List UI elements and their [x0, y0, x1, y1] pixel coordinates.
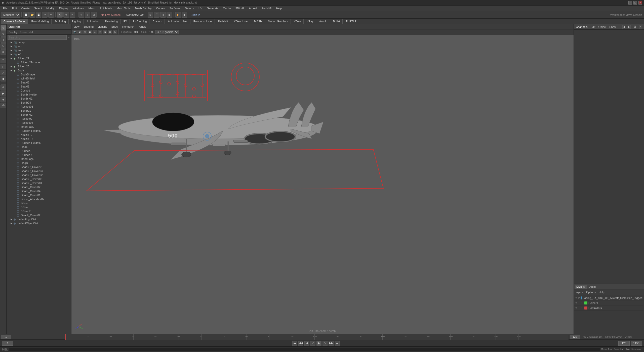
outliner-item[interactable]: ◫InnerFlagR	[7, 157, 71, 161]
outliner-tab-show[interactable]: Show	[20, 31, 27, 34]
layer-item-3[interactable]: V P Controllers	[574, 305, 643, 311]
vp-menu-renderer[interactable]: Renderer	[122, 25, 134, 28]
menu-item-create[interactable]: Create	[19, 6, 32, 10]
outliner-item[interactable]: ◫Bomb_02	[7, 113, 71, 117]
vp-menu-view[interactable]: View	[73, 25, 79, 28]
outliner-item[interactable]: ◫GearF_Cover02	[7, 213, 71, 217]
outliner-item[interactable]: ◫Nozzle_L	[7, 133, 71, 137]
paint-select-btn[interactable]: ✎	[1, 31, 6, 37]
camera-select-btn[interactable]: 📷	[72, 30, 77, 34]
outliner-item[interactable]: ◫BGearL	[7, 205, 71, 209]
outliner-item[interactable]: ◫GearF_Cover02	[7, 185, 71, 189]
outliner-item[interactable]: ◫Bomb_Holder	[7, 93, 71, 97]
rotate-btn[interactable]: ↻	[1, 43, 6, 49]
shelf-tab-animation[interactable]: Animation	[84, 19, 102, 24]
shelf-tab-xgen[interactable]: XGen	[291, 19, 304, 24]
display-btn[interactable]: 👁	[1, 84, 6, 90]
outliner-item[interactable]: ◫Slider_27shape	[7, 60, 71, 64]
help-tab[interactable]: Help	[599, 291, 605, 294]
outliner-item[interactable]: ◫GearBL_Cover01	[7, 181, 71, 185]
channel-box-arrow-right[interactable]: ▶	[628, 25, 631, 29]
outliner-item[interactable]: ◫Rocked04	[7, 121, 71, 125]
move-btn[interactable]: ✛	[1, 37, 6, 43]
mode-dropdown[interactable]: Modeling	[1, 12, 20, 18]
shelf-tab-turtle[interactable]: TURTLE	[343, 19, 359, 24]
poly-btn[interactable]: △	[1, 70, 6, 75]
outliner-item[interactable]: ◫GearF_Cover01	[7, 193, 71, 197]
lasso-tool[interactable]: ⊂	[63, 12, 69, 18]
shelf-tab-motion-graphics[interactable]: Motion Graphics	[265, 19, 291, 24]
menu-item-redshift[interactable]: Redshift	[259, 6, 273, 10]
shelf-tab-curves-/-surfaces[interactable]: Curves / Surfaces	[1, 19, 28, 24]
outliner-item[interactable]: ◫Rocked05	[7, 105, 71, 109]
select-mode-btn[interactable]: ↖	[1, 25, 6, 31]
layer-item-1[interactable]: V P Boeing_EA_18G_Jet_Aircraft_Simplifie…	[574, 295, 643, 300]
menu-item-deform[interactable]: Deform	[183, 6, 196, 10]
shelf-tab-rendering[interactable]: Rendering	[102, 19, 120, 24]
shelf-tab-custom[interactable]: Custom	[150, 19, 165, 24]
ipr-btn[interactable]: ◑	[182, 12, 187, 18]
outliner-item[interactable]: ◫Rudder_HeightR	[7, 141, 71, 145]
layers-tab[interactable]: Layers	[575, 291, 583, 294]
menu-item-windows[interactable]: Windows	[71, 6, 86, 10]
outliner-item[interactable]: ▶◈Slider_26	[7, 64, 71, 68]
save-button[interactable]: 💾	[36, 12, 41, 18]
channel-box-tab-edit[interactable]: Edit	[590, 25, 595, 28]
channel-box-arrow-left[interactable]: ◀	[622, 25, 625, 29]
outliner-item[interactable]: ◫Seat01	[7, 84, 71, 89]
outliner-item[interactable]: ◫GearBR_Cover01	[7, 165, 71, 169]
layer-render-2[interactable]: P	[580, 301, 583, 304]
menu-item-help[interactable]: Help	[274, 6, 284, 10]
minimize-button[interactable]: −	[628, 1, 632, 5]
shelf-tab-sculpting[interactable]: Sculpting	[52, 19, 69, 24]
menu-item-select[interactable]: Select	[32, 6, 44, 10]
vp-btn-1[interactable]: ▣	[77, 30, 82, 34]
maximize-button[interactable]: □	[633, 1, 637, 5]
prev-key-btn[interactable]: ◀◀	[298, 341, 303, 346]
outliner-tab-display[interactable]: Display	[9, 31, 18, 34]
anim-tab[interactable]: Anim	[588, 285, 597, 289]
select-tool[interactable]: ↖	[57, 12, 63, 18]
display-tab[interactable]: Display	[575, 285, 587, 289]
prev-frame-btn[interactable]: ◀	[304, 341, 309, 346]
outliner-item[interactable]: ◫RudderR	[7, 153, 71, 157]
channel-box-tab-channels[interactable]: Channels	[576, 25, 587, 28]
shelf-tab-polygons_user[interactable]: Polygons_User	[191, 19, 215, 24]
next-key-btn[interactable]: ▶▶	[329, 341, 334, 346]
playback-end-input[interactable]	[618, 341, 630, 346]
outliner-item[interactable]: ◫Nozzle_R	[7, 137, 71, 141]
shelf-tab-xgen_user[interactable]: XGen_User	[231, 19, 251, 24]
open-button[interactable]: 📂	[29, 12, 35, 18]
shelf-tab-redshift[interactable]: Redshift	[215, 19, 231, 24]
layer-vis-3[interactable]: V	[575, 306, 579, 309]
next-frame-btn[interactable]: ▷	[323, 341, 328, 346]
menu-item-file[interactable]: File	[1, 6, 10, 10]
menu-item-3dtoall[interactable]: 3DtoAll	[233, 6, 246, 10]
layer-render-3[interactable]: P	[580, 306, 583, 309]
menu-item-edit-mesh[interactable]: Edit Mesh	[98, 6, 114, 10]
outliner-item[interactable]: ◫GearF_Cover04	[7, 189, 71, 193]
close-button[interactable]: ✕	[638, 1, 642, 5]
undo-button[interactable]: ↩	[42, 12, 48, 18]
outliner-item[interactable]: ◫Bomb01	[7, 109, 71, 113]
outliner-item[interactable]: ◫FGear	[7, 201, 71, 205]
snap-curve[interactable]: ⌒	[154, 12, 159, 18]
go-end-btn[interactable]: ⏭	[335, 341, 340, 346]
paint-tool[interactable]: ✎	[70, 12, 75, 18]
vp-menu-panels[interactable]: Panels	[138, 25, 146, 28]
outliner-item[interactable]: ◫Rocket02	[7, 117, 71, 121]
layer-vis-2[interactable]: V	[575, 301, 579, 304]
outliner-item[interactable]: ◫FlagL	[7, 145, 71, 149]
play-back-btn[interactable]: ◁	[310, 341, 315, 346]
outliner-item[interactable]: ▶📷front	[7, 48, 71, 52]
vp-btn-3[interactable]: ◼	[88, 30, 92, 34]
rotate-tool[interactable]: ↻	[85, 12, 90, 18]
render-btn[interactable]: ▶	[175, 12, 181, 18]
outliner-item[interactable]: ◫BodyShape	[7, 72, 71, 76]
outliner-item[interactable]: ◫BGearR	[7, 209, 71, 213]
outliner-item[interactable]: ◫Bomb03	[7, 101, 71, 105]
vp-btn-2[interactable]: ◫	[83, 30, 87, 34]
sign-in-label[interactable]: Sign In	[190, 13, 201, 16]
outliner-item[interactable]: ▶◎defaultLightSet	[7, 217, 71, 221]
menu-item-mesh-display[interactable]: Mesh Display	[133, 6, 154, 10]
